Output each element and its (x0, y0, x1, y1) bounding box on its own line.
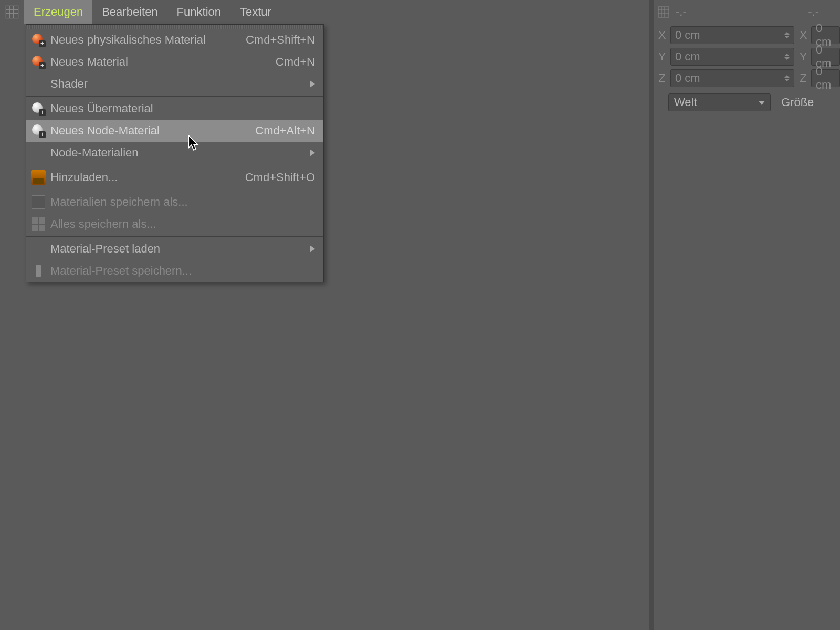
menu-tab-label: Bearbeiten (102, 5, 158, 19)
menu-item-shader[interactable]: Shader (26, 73, 323, 95)
material-manager-area: Erzeugen Bearbeiten Funktion Textur + Ne… (0, 0, 649, 630)
svg-marker-13 (759, 101, 765, 105)
coordinates-header: -.- -.- (654, 0, 840, 24)
menu-item-label: Alles speichern als... (50, 217, 315, 231)
preset-icon (26, 260, 50, 282)
spinner-icon[interactable] (784, 28, 792, 43)
menu-item-label: Hinzuladen... (50, 171, 245, 184)
save-all-icon (26, 213, 50, 235)
menu-item-new-physical-material[interactable]: + Neues physikalisches Material Cmd+Shif… (26, 29, 323, 51)
axis-label: X (797, 28, 809, 42)
coordinates-panel: -.- -.- X 0 cm X 0 cm Y 0 cm Y 0 cm Z 0 … (654, 0, 840, 630)
menu-item-label: Shader (50, 77, 308, 91)
menu-item-shortcut: Cmd+Alt+N (255, 124, 315, 138)
coord-x-input[interactable]: 0 cm (670, 26, 794, 44)
coord-y-input[interactable]: 0 cm (670, 48, 794, 66)
menu-item-save-preset: Material-Preset speichern... (26, 260, 323, 282)
dropdown-value: Welt (674, 96, 697, 109)
coord-value: 0 cm (675, 71, 700, 85)
menu-tab-label: Textur (240, 5, 271, 19)
menu-item-new-uber-material[interactable]: + Neues Übermaterial (26, 98, 323, 120)
menu-item-new-material[interactable]: + Neues Material Cmd+N (26, 51, 323, 73)
svg-marker-5 (310, 80, 315, 88)
menubar: Erzeugen Bearbeiten Funktion Textur (0, 0, 649, 24)
node-material-icon: + (26, 98, 50, 120)
menu-separator (26, 165, 323, 165)
coord-y2-input[interactable]: 0 cm (811, 48, 840, 66)
axis-label: Y (656, 50, 668, 64)
menu-item-shortcut: Cmd+N (276, 55, 315, 69)
coord-z-input[interactable]: 0 cm (670, 69, 794, 87)
submenu-arrow-icon (308, 245, 315, 253)
menu-item-label: Node-Materialien (50, 146, 308, 160)
erzeugen-dropdown: + Neues physikalisches Material Cmd+Shif… (26, 24, 324, 282)
svg-rect-0 (6, 6, 18, 18)
menu-item-label: Material-Preset laden (50, 242, 308, 256)
menu-item-label: Material-Preset speichern... (50, 264, 315, 278)
panel-icon[interactable] (654, 0, 674, 24)
header-value-1: -.- (674, 5, 687, 19)
coord-value: 0 cm (675, 50, 700, 64)
menu-tab-bearbeiten[interactable]: Bearbeiten (92, 0, 167, 24)
menu-tab-label: Funktion (177, 5, 221, 19)
coord-value: 0 cm (675, 28, 700, 42)
coord-z2-input[interactable]: 0 cm (811, 69, 840, 87)
menu-grip[interactable] (26, 25, 323, 29)
menu-tab-funktion[interactable]: Funktion (167, 0, 230, 24)
header-value-2: -.- (806, 5, 840, 19)
axis-label: Y (797, 50, 809, 64)
menu-item-label: Materialien speichern als... (50, 195, 315, 209)
spinner-icon[interactable] (784, 49, 792, 64)
menu-item-new-node-material[interactable]: + Neues Node-Material Cmd+Alt+N (26, 120, 323, 142)
menu-item-label: Neues Übermaterial (50, 102, 315, 116)
coord-x2-input[interactable]: 0 cm (811, 26, 840, 44)
menu-item-shortcut: Cmd+Shift+O (245, 171, 315, 184)
menu-tab-label: Erzeugen (34, 5, 83, 19)
svg-marker-7 (310, 245, 315, 253)
menu-item-label: Neues Node-Material (50, 124, 255, 138)
submenu-arrow-icon (308, 80, 315, 88)
menu-separator (26, 236, 323, 237)
coord-row-z: Z 0 cm Z 0 cm (654, 67, 840, 89)
axis-label: X (656, 28, 668, 42)
menu-item-label: Neues physikalisches Material (50, 33, 246, 47)
spinner-icon[interactable] (784, 71, 792, 86)
menu-item-save-materials-as: Materialien speichern als... (26, 191, 323, 213)
coord-space-row: Welt Größe (654, 91, 840, 114)
blank-icon (26, 238, 50, 260)
coord-row-x: X 0 cm X 0 cm (654, 24, 840, 46)
menu-item-load[interactable]: Hinzuladen... Cmd+Shift+O (26, 166, 323, 188)
menu-item-load-preset[interactable]: Material-Preset laden (26, 238, 323, 260)
submenu-arrow-icon (308, 149, 315, 156)
coord-value: 0 cm (816, 65, 839, 92)
menu-tab-textur[interactable]: Textur (230, 0, 281, 24)
panel-icon[interactable] (0, 0, 24, 24)
node-material-icon: + (26, 120, 50, 142)
load-icon (26, 166, 50, 188)
menu-item-label: Neues Material (50, 55, 276, 69)
coord-row-y: Y 0 cm Y 0 cm (654, 46, 840, 67)
axis-label: Z (656, 71, 668, 85)
menu-separator (26, 190, 323, 190)
size-button[interactable]: Größe (781, 96, 814, 109)
material-sphere-icon: + (26, 51, 50, 73)
axis-label: Z (797, 71, 809, 85)
svg-rect-8 (658, 7, 669, 17)
menu-item-node-materials[interactable]: Node-Materialien (26, 142, 323, 164)
chevron-down-icon (759, 98, 765, 107)
svg-marker-6 (310, 149, 315, 156)
material-sphere-icon: + (26, 29, 50, 51)
save-icon (26, 191, 50, 213)
menu-separator (26, 96, 323, 97)
menu-item-shortcut: Cmd+Shift+N (246, 33, 315, 47)
coord-space-dropdown[interactable]: Welt (668, 93, 771, 111)
blank-icon (26, 73, 50, 95)
menu-tab-erzeugen[interactable]: Erzeugen (24, 0, 92, 24)
blank-icon (26, 142, 50, 164)
menu-item-save-all-as: Alles speichern als... (26, 213, 323, 235)
